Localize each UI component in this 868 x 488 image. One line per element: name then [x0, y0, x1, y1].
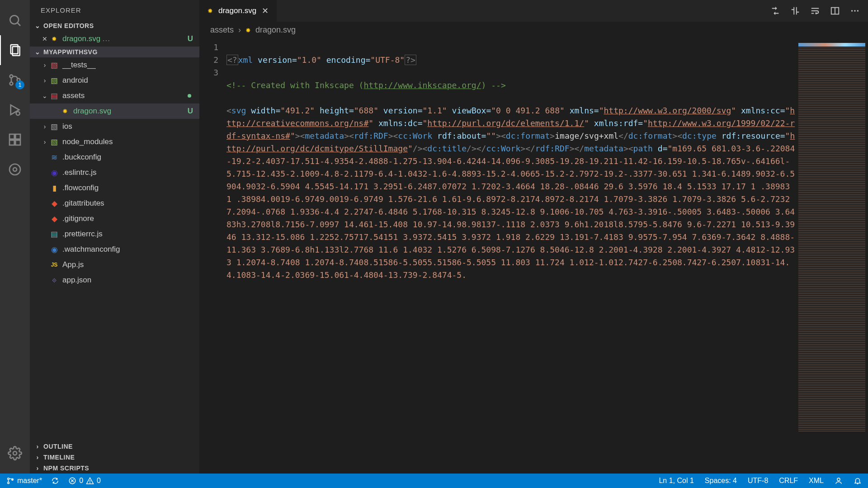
status-cursor[interactable]: Ln 1, Col 1 — [659, 477, 693, 485]
section-open-editors[interactable]: ⌄ OPEN EDITORS — [30, 20, 199, 31]
chevron-right-icon: › — [238, 25, 241, 35]
file-flowconfig[interactable]: ▮ .flowconfig — [30, 180, 199, 196]
folder-icon: ▧ — [49, 61, 60, 70]
svg-point-21 — [8, 482, 9, 484]
breadcrumb-file[interactable]: dragon.svg — [255, 25, 296, 35]
activity-bar: 1 — [0, 0, 30, 474]
chevron-right-icon: › — [41, 77, 49, 84]
explorer-title: EXPLORER — [30, 0, 199, 20]
status-encoding[interactable]: UTF-8 — [748, 477, 768, 485]
section-outline[interactable]: › OUTLINE — [30, 441, 199, 452]
watchman-icon: ◉ — [49, 245, 60, 254]
status-eol[interactable]: CRLF — [779, 477, 798, 485]
activity-search[interactable] — [0, 5, 30, 35]
tab-bar: ✸ dragon.svg ✕ — [199, 0, 868, 22]
svg-rect-10 — [15, 140, 20, 145]
folder-tests[interactable]: › ▧ __tests__ — [30, 57, 199, 73]
code-editor[interactable]: 1 2 3 <?xml version="1.0" encoding="UTF-… — [199, 38, 868, 474]
svg-point-19 — [857, 10, 859, 11]
chevron-right-icon: › — [33, 465, 42, 472]
file-dragon-svg[interactable]: ✸ dragon.svg U — [30, 103, 199, 119]
svg-point-7 — [16, 112, 20, 115]
close-icon[interactable]: ✕ — [41, 35, 49, 42]
status-sync[interactable] — [51, 477, 59, 485]
svg-file-icon: ✸ — [49, 35, 60, 42]
modified-dot — [188, 94, 191, 98]
js-icon: JS — [49, 262, 60, 268]
svg-point-28 — [837, 478, 840, 481]
scm-badge: 1 — [15, 80, 24, 89]
activity-extensions[interactable] — [0, 125, 30, 155]
chevron-right-icon: › — [41, 61, 49, 69]
file-icon: ≋ — [49, 153, 60, 162]
chevron-right-icon: › — [41, 138, 49, 145]
svg-point-12 — [9, 164, 20, 175]
flow-icon: ▮ — [49, 183, 60, 193]
folder-node-modules[interactable]: › ▧ node_modules — [30, 134, 199, 150]
minimap[interactable] — [796, 38, 868, 474]
svg-point-14 — [13, 451, 17, 455]
file-watchmanconfig[interactable]: ◉ .watchmanconfig — [30, 242, 199, 257]
activity-settings[interactable] — [0, 438, 30, 468]
explorer-sidebar: EXPLORER ⌄ OPEN EDITORS ✕ ✸ dragon.svg .… — [30, 0, 199, 474]
code-content[interactable]: <?xml version="1.0" encoding="UTF-8"?> <… — [226, 38, 796, 474]
activity-source-control[interactable]: 1 — [0, 65, 30, 95]
more-icon[interactable] — [850, 6, 860, 16]
activity-run-debug[interactable] — [0, 95, 30, 125]
section-project[interactable]: ⌄ MYAPPWITHSVG — [30, 47, 199, 57]
svg-point-18 — [854, 10, 855, 11]
git-icon: ◆ — [49, 214, 60, 224]
compare-icon[interactable] — [790, 6, 800, 16]
prettier-icon: ▤ — [49, 230, 60, 239]
open-editor-item[interactable]: ✕ ✸ dragon.svg ... U — [30, 31, 199, 47]
svg-rect-8 — [9, 134, 14, 139]
breadcrumb[interactable]: assets › ✸ dragon.svg — [199, 22, 868, 38]
file-eslintrc[interactable]: ◉ .eslintrc.js — [30, 165, 199, 180]
activity-explorer[interactable] — [0, 35, 30, 65]
svg-point-20 — [8, 478, 9, 480]
folder-icon: ▧ — [49, 122, 60, 131]
folder-android[interactable]: › ▧ android — [30, 73, 199, 88]
status-indent[interactable]: Spaces: 4 — [705, 477, 737, 485]
tab-dragon-svg[interactable]: ✸ dragon.svg ✕ — [199, 0, 277, 22]
svg-line-1 — [18, 23, 20, 26]
folder-icon: ▤ — [49, 91, 60, 101]
svg-point-5 — [10, 82, 13, 85]
section-timeline[interactable]: › TIMELINE — [30, 452, 199, 463]
file-app-json[interactable]: ⟐ app.json — [30, 272, 199, 288]
editor-area: ✸ dragon.svg ✕ assets › ✸ dragon.svg 1 2 — [199, 0, 868, 474]
file-prettierrc[interactable]: ▤ .prettierrc.js — [30, 226, 199, 242]
tab-close-icon[interactable]: ✕ — [260, 6, 270, 16]
git-icon: ◆ — [49, 199, 60, 208]
file-app-js[interactable]: JS App.js — [30, 257, 199, 272]
file-gitignore[interactable]: ◆ .gitignore — [30, 211, 199, 226]
folder-icon: ▧ — [49, 76, 60, 85]
chevron-right-icon: › — [33, 454, 42, 461]
status-problems[interactable]: 0 0 — [68, 477, 101, 485]
folder-ios[interactable]: › ▧ ios — [30, 119, 199, 134]
activity-gitlens[interactable] — [0, 155, 30, 184]
eslint-icon: ◉ — [49, 168, 60, 178]
chevron-down-icon: ⌄ — [33, 48, 42, 56]
chevron-right-icon: › — [41, 123, 49, 130]
folder-assets[interactable]: ⌄ ▤ assets — [30, 88, 199, 103]
status-feedback-icon[interactable] — [835, 477, 843, 485]
breadcrumb-folder[interactable]: assets — [210, 25, 234, 35]
git-changes-icon[interactable] — [770, 6, 780, 16]
status-bell-icon[interactable] — [854, 477, 862, 485]
tab-actions — [770, 0, 868, 22]
svg-file-icon: ✸ — [60, 108, 71, 115]
status-bar: master* 0 0 Ln 1, Col 1 Spaces: 4 UTF-8 … — [0, 474, 868, 488]
file-buckconfig[interactable]: ≋ .buckconfig — [30, 150, 199, 165]
section-npm-scripts[interactable]: › NPM SCRIPTS — [30, 463, 199, 474]
status-language[interactable]: XML — [809, 477, 824, 485]
svg-point-0 — [10, 15, 19, 24]
svg-point-4 — [10, 75, 13, 78]
chevron-right-icon: › — [33, 443, 42, 450]
split-editor-icon[interactable] — [830, 6, 840, 16]
line-gutter: 1 2 3 — [199, 38, 226, 474]
status-branch[interactable]: master* — [6, 477, 42, 485]
svg-point-17 — [851, 10, 853, 11]
word-wrap-icon[interactable] — [810, 6, 820, 16]
file-gitattributes[interactable]: ◆ .gitattributes — [30, 196, 199, 211]
